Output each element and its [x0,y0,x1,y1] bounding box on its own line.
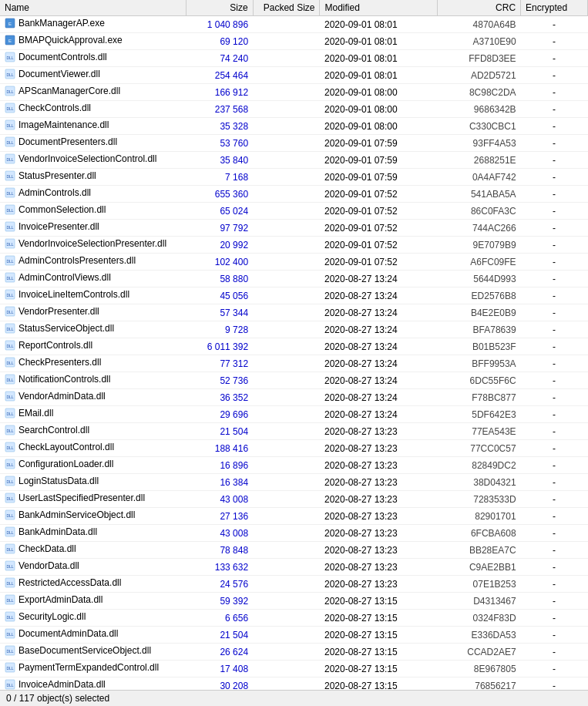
table-row[interactable]: DLL VendorInvoiceSelectionControl.dll35 … [0,152,588,169]
table-row[interactable]: DLL PaymentTermExpandedControl.dll17 408… [0,661,588,677]
table-row[interactable]: DLL BankAdminServiceObject.dll27 1362020… [0,508,588,525]
table-row[interactable]: DLL BankAdminData.dll43 0082020-08-27 13… [0,525,588,542]
column-header-crc[interactable]: CRC [437,0,521,16]
file-modified-cell: 2020-09-01 08:00 [320,101,437,118]
svg-text:DLL: DLL [6,157,13,162]
table-row[interactable]: DLL CheckControls.dll237 5682020-09-01 0… [0,101,588,118]
table-row[interactable]: DLL NotificationControls.dll52 7362020-0… [0,372,588,389]
file-packed-cell [253,423,320,440]
column-header-encrypted[interactable]: Encrypted [521,0,588,16]
file-crc-cell: 86C0FA3C [437,203,521,220]
table-row[interactable]: DLL CheckLayoutControl.dll188 4162020-08… [0,440,588,457]
table-row[interactable]: DLL SecurityLogic.dll6 6562020-08-27 13:… [0,610,588,627]
table-row[interactable]: DLL ExportAdminData.dll59 3922020-08-27 … [0,593,588,610]
file-encrypted-cell: - [521,457,588,474]
file-modified-cell: 2020-09-01 08:01 [320,50,437,67]
column-header-modified[interactable]: Modified [320,0,437,16]
table-row[interactable]: DLL LoginStatusData.dll16 3842020-08-27 … [0,474,588,491]
table-row[interactable]: DLL CheckPresenters.dll77 3122020-08-27 … [0,355,588,372]
file-size-cell: 9 728 [186,321,253,338]
table-row[interactable]: DLL DocumentViewer.dll254 4642020-09-01 … [0,67,588,84]
table-row[interactable]: DLL ConfigurationLoader.dll16 8962020-08… [0,457,588,474]
table-row[interactable]: DLL ImageMaintenance.dll35 3282020-09-01… [0,118,588,135]
table-row[interactable]: DLL InvoicePresenter.dll97 7922020-09-01… [0,220,588,237]
file-crc-cell: D4313467 [437,593,521,610]
table-row[interactable]: DLL InvoiceLineItemControls.dll45 056202… [0,287,588,304]
table-row[interactable]: DLL BaseDocumentServiceObject.dll26 6242… [0,644,588,661]
file-modified-cell: 2020-08-27 13:24 [320,321,437,338]
file-crc-cell: 5644D993 [437,271,521,287]
file-name-text: SecurityLogic.dll [18,611,86,622]
file-size-cell: 77 312 [186,355,253,372]
file-name-text: LoginStatusData.dll [18,476,99,486]
file-modified-cell: 2020-09-01 08:00 [320,84,437,101]
file-name-cell: DLL VendorPresenter.dll [0,304,186,321]
table-row[interactable]: DLL VendorInvoiceSelectionPresenter.dll2… [0,237,588,254]
table-row[interactable]: DLL AdminControls.dll655 3602020-09-01 0… [0,186,588,203]
table-row[interactable]: DLL DocumentControls.dll74 2402020-09-01… [0,50,588,67]
file-packed-cell [253,661,320,677]
svg-text:DLL: DLL [6,361,13,365]
dll-icon: DLL [5,103,15,113]
dll-icon: DLL [5,645,15,656]
svg-text:DLL: DLL [6,327,13,331]
table-row[interactable]: DLL StatusServiceObject.dll9 7282020-08-… [0,321,588,338]
file-name-text: DocumentPresenters.dll [18,136,117,147]
dll-icon: DLL [5,238,15,249]
dll-icon: DLL [5,86,15,96]
table-row[interactable]: E BankManagerAP.exe1 040 8962020-09-01 0… [0,16,588,33]
file-crc-cell: E336DA53 [437,627,521,644]
file-packed-cell [253,491,320,508]
file-crc-cell: BFF9953A [437,355,521,372]
file-encrypted-cell: - [521,237,588,254]
dll-icon: DLL [5,560,15,571]
table-row[interactable]: DLL APScanManagerCore.dll166 9122020-09-… [0,84,588,101]
table-row[interactable]: DLL VendorPresenter.dll57 3442020-08-27 … [0,304,588,321]
file-size-cell: 16 384 [186,474,253,491]
svg-text:DLL: DLL [6,547,13,552]
file-name-text: NotificationControls.dll [18,374,110,385]
table-row[interactable]: DLL VendorAdminData.dll36 3522020-08-27 … [0,389,588,406]
table-row[interactable]: DLL ReportControls.dll6 011 3922020-08-2… [0,338,588,355]
table-row[interactable]: DLL SearchControl.dll21 5042020-08-27 13… [0,423,588,440]
table-row[interactable]: DLL DocumentAdminData.dll21 5042020-08-2… [0,627,588,644]
table-row[interactable]: DLL StatusPresenter.dll7 1682020-09-01 0… [0,169,588,186]
file-modified-cell: 2020-08-27 13:23 [320,576,437,593]
table-row[interactable]: DLL AdminControlViews.dll58 8802020-08-2… [0,271,588,287]
column-header-size[interactable]: Size [186,0,253,16]
file-crc-cell: CCAD2AE7 [437,644,521,661]
file-encrypted-cell: - [521,203,588,220]
file-encrypted-cell: - [521,440,588,457]
table-row[interactable]: E BMAPQuickApproval.exe69 1202020-09-01 … [0,33,588,50]
file-modified-cell: 2020-08-27 13:24 [320,271,437,287]
table-row[interactable]: DLL DocumentPresenters.dll53 7602020-09-… [0,135,588,152]
file-name-text: ReportControls.dll [18,340,92,351]
svg-text:DLL: DLL [6,174,13,179]
file-encrypted-cell: - [521,50,588,67]
table-row[interactable]: DLL AdminControlsPresenters.dll102 40020… [0,254,588,271]
file-name-cell: DLL APScanManagerCore.dll [0,84,186,101]
table-row[interactable]: DLL VendorData.dll133 6322020-08-27 13:2… [0,559,588,576]
file-name-cell: DLL CommonSelection.dll [0,203,186,220]
table-row[interactable]: DLL CheckData.dll78 8482020-08-27 13:23B… [0,542,588,559]
file-encrypted-cell: - [521,525,588,542]
table-row[interactable]: DLL RestrictedAccessData.dll24 5762020-0… [0,576,588,593]
table-row[interactable]: DLL UserLastSpecifiedPresenter.dll43 008… [0,491,588,508]
file-name-cell: DLL DocumentAdminData.dll [0,627,186,644]
file-name-text: VendorAdminData.dll [18,391,106,402]
column-header-name[interactable]: Name [0,0,186,16]
file-crc-cell: BFA78639 [437,321,521,338]
table-row[interactable]: DLL CommonSelection.dll65 0242020-09-01 … [0,203,588,220]
table-row[interactable]: DLL EMail.dll29 6962020-08-27 13:245DF64… [0,406,588,423]
file-name-text: DocumentAdminData.dll [18,628,118,639]
file-size-cell: 20 992 [186,237,253,254]
file-packed-cell [253,287,320,304]
file-encrypted-cell: - [521,16,588,33]
svg-text:E: E [8,22,12,26]
file-encrypted-cell: - [521,610,588,627]
file-name-text: CommonSelection.dll [18,204,106,215]
file-encrypted-cell: - [521,33,588,50]
dll-icon: DLL [5,374,15,385]
file-size-cell: 27 136 [186,508,253,525]
column-header-packed[interactable]: Packed Size [253,0,320,16]
